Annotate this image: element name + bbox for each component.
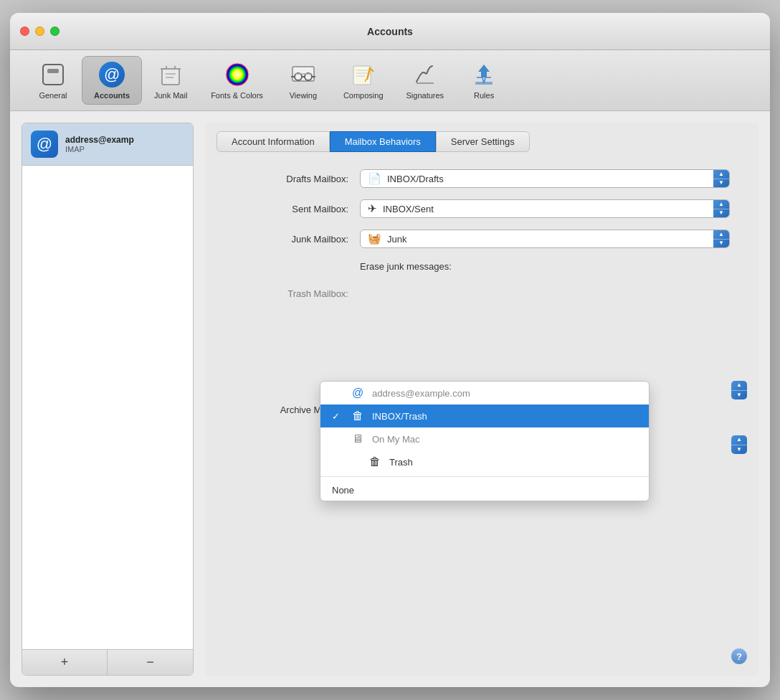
toolbar-item-accounts[interactable]: @ Accounts	[82, 56, 142, 105]
erase-junk-row: Erase junk messages:	[360, 260, 730, 273]
toolbar-item-junkmail[interactable]: Junk Mail	[142, 57, 199, 104]
dropdown-inbox-trash-text: INBOX/Trash	[372, 411, 427, 422]
junk-stepper[interactable]: ▲ ▼	[713, 230, 729, 247]
toolbar-rules-label: Rules	[474, 91, 494, 100]
erase-junk-label: Erase junk messages:	[360, 261, 452, 272]
junk-row: Junk Mailbox: 🧺 Junk ▲ ▼	[234, 230, 730, 248]
account-avatar: @	[31, 131, 58, 158]
junk-icon: 🧺	[368, 232, 381, 245]
tab-mailbox-behaviors[interactable]: Mailbox Behaviors	[330, 131, 436, 152]
junk-control[interactable]: 🧺 Junk ▲ ▼	[360, 230, 730, 248]
window-title: Accounts	[367, 26, 413, 37]
dropdown-account-text: address@example.com	[372, 388, 470, 399]
junk-stepper-down[interactable]: ▼	[713, 240, 729, 248]
toolbar-general-label: General	[39, 91, 67, 100]
drafts-stepper[interactable]: ▲ ▼	[713, 170, 729, 187]
toolbar-item-signatures[interactable]: Signatures	[395, 57, 456, 104]
account-email: address@examp	[65, 135, 134, 145]
junkmail-icon	[157, 61, 184, 88]
tab-server-settings[interactable]: Server Settings	[436, 131, 530, 152]
junk-value: Junk	[387, 234, 406, 245]
drafts-label: Drafts Mailbox:	[234, 174, 348, 184]
close-button[interactable]	[20, 27, 29, 36]
sent-stepper-down[interactable]: ▼	[713, 209, 729, 218]
toolbar-item-composing[interactable]: Composing	[332, 57, 395, 104]
dropdown-mac-icon: 🖥	[351, 432, 365, 445]
toolbar-composing-label: Composing	[343, 91, 384, 100]
sidebar-footer: + −	[22, 649, 193, 675]
viewing-icon	[290, 61, 317, 88]
drafts-stepper-up[interactable]: ▲	[713, 170, 729, 179]
dropdown-onmymac-header: 🖥 On My Mac	[320, 427, 649, 450]
toolbar-accounts-label: Accounts	[94, 91, 130, 100]
dropdown-none[interactable]: None	[320, 480, 649, 501]
fonts-icon	[224, 61, 251, 88]
junk-label: Junk Mailbox:	[234, 234, 348, 245]
trash-label: Trash Mailbox:	[234, 288, 348, 299]
remove-account-button[interactable]: −	[108, 650, 193, 675]
window-controls	[20, 27, 60, 36]
sidebar-account-item[interactable]: @ address@examp IMAP	[22, 123, 193, 166]
right-panel: Account Information Mailbox Behaviors Se…	[205, 123, 758, 676]
dropdown-account-header: @ address@example.com	[320, 382, 649, 405]
toolbar-item-viewing[interactable]: Viewing	[275, 57, 332, 104]
sidebar: @ address@examp IMAP + −	[22, 123, 194, 676]
dropdown-inbox-trash[interactable]: ✓ 🗑 INBOX/Trash	[320, 405, 649, 427]
svg-point-9	[226, 63, 249, 86]
side-steppers: ▲ ▼ ▲ ▼	[731, 381, 747, 454]
help-button[interactable]: ?	[731, 648, 747, 664]
drafts-row: Drafts Mailbox: 📄 INBOX/Drafts ▲ ▼	[234, 169, 730, 188]
add-account-button[interactable]: +	[22, 650, 108, 675]
account-info: address@examp IMAP	[65, 135, 134, 153]
sidebar-body	[22, 166, 193, 649]
maximize-button[interactable]	[50, 27, 60, 36]
tab-account-info[interactable]: Account Information	[217, 131, 330, 152]
dropdown-local-trash-icon: 🗑	[368, 455, 382, 468]
dropdown-trash-icon: 🗑	[351, 410, 365, 422]
toolbar-item-fonts[interactable]: Fonts & Colors	[199, 57, 275, 104]
sent-stepper-up[interactable]: ▲	[713, 200, 729, 209]
svg-rect-2	[162, 69, 179, 85]
toolbar-item-general[interactable]: General	[24, 57, 82, 104]
sent-stepper[interactable]: ▲ ▼	[713, 200, 729, 217]
dropdown-checkmark: ✓	[332, 411, 343, 422]
signatures-icon	[412, 61, 439, 88]
sent-row: Sent Mailbox: ✈ INBOX/Sent ▲ ▼	[234, 199, 730, 218]
accounts-icon: @	[98, 61, 125, 88]
dropdown-account-icon: @	[351, 387, 365, 399]
svg-rect-25	[475, 82, 493, 85]
dropdown-trash-text: Trash	[389, 457, 413, 468]
account-type: IMAP	[65, 145, 134, 153]
dropdown-trash[interactable]: 🗑 Trash	[320, 450, 649, 473]
drafts-value: INBOX/Drafts	[387, 174, 444, 184]
toolbar-fonts-label: Fonts & Colors	[211, 91, 263, 100]
toolbar-item-rules[interactable]: Rules	[455, 57, 513, 104]
minimize-button[interactable]	[35, 27, 44, 36]
svg-rect-0	[43, 65, 63, 85]
main-content: @ address@examp IMAP + − Account Informa…	[10, 111, 770, 687]
composing-icon	[350, 61, 377, 88]
rules-icon	[470, 61, 498, 88]
tab-bar: Account Information Mailbox Behaviors Se…	[205, 123, 758, 152]
trash-stepper-right[interactable]: ▲ ▼	[731, 381, 747, 399]
trash-dropdown[interactable]: @ address@example.com ✓ 🗑 INBOX/Trash 🖥 …	[320, 381, 650, 501]
archive-stepper-right[interactable]: ▲ ▼	[731, 435, 747, 454]
toolbar-junkmail-label: Junk Mail	[154, 91, 187, 100]
drafts-icon: 📄	[368, 172, 381, 185]
drafts-stepper-down[interactable]: ▼	[713, 179, 729, 188]
junk-stepper-up[interactable]: ▲	[713, 230, 729, 239]
sent-label: Sent Mailbox:	[234, 204, 348, 214]
svg-rect-1	[47, 69, 59, 73]
trash-row: Trash Mailbox:	[234, 284, 730, 303]
toolbar-viewing-label: Viewing	[290, 91, 317, 100]
sent-control[interactable]: ✈ INBOX/Sent ▲ ▼	[360, 199, 730, 218]
dropdown-onmymac-text: On My Mac	[372, 434, 419, 445]
sent-value: INBOX/Sent	[383, 204, 434, 214]
dropdown-separator	[320, 476, 649, 477]
drafts-control[interactable]: 📄 INBOX/Drafts ▲ ▼	[360, 169, 730, 188]
general-icon	[39, 61, 67, 88]
main-window: Accounts General @ Accounts	[10, 13, 770, 687]
toolbar-signatures-label: Signatures	[406, 91, 444, 100]
titlebar: Accounts	[10, 13, 770, 50]
toolbar: General @ Accounts Junk Mai	[10, 50, 770, 111]
